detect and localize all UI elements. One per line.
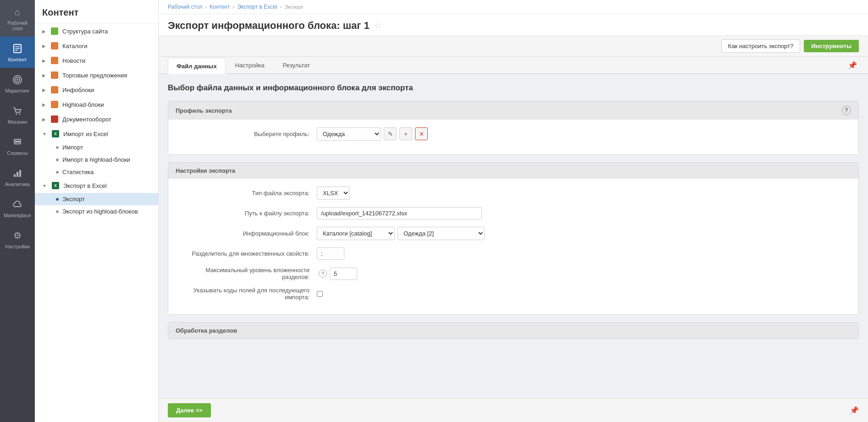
sidebar-item-marketing[interactable]: Маркетинг (0, 68, 35, 99)
nav-sub-item-export-highload[interactable]: Экспорт из highload-блоков (35, 205, 158, 218)
analytics-icon (11, 167, 24, 180)
sidebar: ⌂ Рабочий стол Контент Маркетинг (0, 0, 35, 422)
field-codes-label: Указывать коды полей для последующего им… (179, 287, 317, 301)
tab-settings[interactable]: Настройка (227, 57, 273, 73)
separator-input[interactable] (317, 247, 344, 260)
svg-rect-13 (19, 170, 21, 177)
tools-button[interactable]: Инструменты (804, 40, 859, 52)
expand-arrow: ▶ (42, 117, 46, 122)
nav-sub-item-import[interactable]: Импорт (35, 141, 158, 153)
svg-rect-11 (14, 174, 16, 177)
page-header: Экспорт информационного блока: шаг 1 ☆ (159, 14, 868, 36)
docflow-icon (50, 115, 59, 123)
breadcrumb: Рабочий стол › Контент › Экспорт в Excel… (159, 0, 868, 14)
site-structure-icon (50, 27, 59, 35)
import-excel-icon: X (51, 130, 60, 138)
nav-item-catalogs[interactable]: ▶ Каталоги (35, 38, 158, 53)
tabs-bar: Файл данных Настройка Результат 📌 (159, 57, 868, 74)
nav-item-trade-offers[interactable]: ▶ Торговые предложения (35, 68, 158, 82)
gear-icon: ⚙ (11, 229, 24, 242)
sidebar-item-services[interactable]: Сервисы (0, 130, 35, 161)
field-codes-control (317, 291, 847, 297)
expand-arrow: ▶ (42, 73, 46, 78)
nav-sub-item-export[interactable]: Экспорт (35, 193, 158, 205)
separator-control (317, 247, 847, 260)
path-input[interactable] (317, 207, 482, 219)
bullet-icon (56, 146, 59, 149)
profile-select[interactable]: Одежда Электроника Мебель (317, 127, 381, 141)
breadcrumb-current: Экспорт (284, 4, 303, 10)
page-subtitle: Выбор файла данных и информационного бло… (168, 82, 859, 94)
bullet-icon (56, 198, 59, 201)
cart-icon (11, 104, 24, 117)
level-row: Максимальный уровень вложенности раздело… (179, 267, 847, 280)
bottom-toolbar: Далее >> 📌 (159, 398, 868, 422)
path-control (317, 207, 847, 219)
sidebar-item-settings[interactable]: ⚙ Настройки (0, 224, 35, 255)
iblock-select[interactable]: Каталоги [catalog] Новости [news] (317, 227, 395, 240)
nav-item-docflow[interactable]: ▶ Документооборот (35, 112, 158, 126)
expand-arrow: ▼ (42, 183, 47, 188)
bullet-icon (56, 171, 59, 174)
sidebar-item-desktop[interactable]: ⌂ Рабочий стол (0, 0, 35, 37)
level-input[interactable] (330, 268, 357, 280)
expand-arrow: ▶ (42, 58, 46, 63)
nav-item-export-excel[interactable]: ▼ X Экспорт в Excel (35, 178, 158, 193)
nav-item-news[interactable]: ▶ Новости (35, 53, 158, 68)
favorite-icon[interactable]: ☆ (374, 21, 381, 31)
iblock-control: Каталоги [catalog] Новости [news] Одежда… (317, 227, 847, 240)
export-settings-title: Настройки экспорта (176, 167, 235, 174)
how-to-button[interactable]: Как настроить экспорт? (721, 39, 800, 53)
bullet-icon (56, 159, 59, 161)
profile-form-body: Выберите профиль: Одежда Электроника Меб… (168, 120, 858, 154)
tab-result[interactable]: Результат (274, 57, 319, 73)
field-codes-checkbox[interactable] (317, 291, 323, 297)
nav-item-import-excel[interactable]: ▼ X Импорт из Excel (35, 126, 158, 141)
bottom-pin-icon[interactable]: 📌 (850, 406, 859, 415)
file-type-select[interactable]: XLSX CSV (317, 186, 350, 200)
profile-row: Выберите профиль: Одежда Электроника Меб… (179, 127, 847, 141)
nav-sub-item-import-highload[interactable]: Импорт в highload-блоки (35, 153, 158, 166)
svg-point-7 (16, 114, 17, 115)
infoblocks-icon (50, 86, 59, 94)
edit-profile-button[interactable]: ✎ (384, 127, 397, 140)
nav-item-site-structure[interactable]: ▶ Структура сайта (35, 24, 158, 38)
sections-processing-section: Обработка разделов (168, 322, 859, 339)
profile-section-title: Профиль экспорта (176, 107, 232, 114)
breadcrumb-export-excel[interactable]: Экспорт в Excel (237, 4, 277, 10)
sidebar-item-marketplace[interactable]: Marketplace (0, 192, 35, 224)
svg-point-6 (17, 79, 18, 81)
sidebar-item-content[interactable]: Контент (0, 37, 35, 68)
add-profile-button[interactable]: + (399, 127, 412, 140)
breadcrumb-desktop[interactable]: Рабочий стол (168, 4, 202, 10)
sidebar-item-analytics[interactable]: Аналитика (0, 161, 35, 192)
nav-item-infoblocks[interactable]: ▶ Инфоблоки (35, 82, 158, 97)
profile-label: Выберите профиль: (179, 131, 317, 137)
tab-data-file[interactable]: Файл данных (168, 58, 226, 74)
toolbar: Как настроить экспорт? Инструменты (159, 36, 868, 57)
path-label: Путь к файлу экспорта: (179, 210, 317, 217)
export-settings-section: Настройки экспорта Тип файла экспорта: X… (168, 162, 859, 315)
delete-profile-button[interactable]: ✕ (415, 127, 428, 140)
path-row: Путь к файлу экспорта: (179, 206, 847, 220)
nav-sub-item-statistics[interactable]: Статистика (35, 166, 158, 178)
cloud-icon (11, 198, 24, 211)
next-button[interactable]: Далее >> (168, 403, 211, 417)
target-icon (11, 73, 24, 86)
export-excel-icon: X (51, 181, 60, 190)
sidebar-item-shop[interactable]: Магазин (0, 99, 35, 130)
expand-arrow: ▶ (42, 29, 46, 34)
pin-icon[interactable]: 📌 (846, 57, 859, 73)
level-control: ? (317, 268, 847, 280)
level-help-icon[interactable]: ? (319, 269, 327, 278)
sections-processing-title: Обработка разделов (176, 327, 237, 334)
file-type-label: Тип файла экспорта: (179, 190, 317, 197)
profile-help-button[interactable]: ? (842, 106, 851, 115)
export-settings-title-bar: Настройки экспорта (168, 163, 858, 179)
profile-section-title-bar: Профиль экспорта ? (168, 101, 858, 120)
nav-item-highload[interactable]: ▶ Highload-блоки (35, 97, 158, 112)
breadcrumb-content[interactable]: Контент (210, 4, 230, 10)
separator-label: Разделитель для множественных свойств: (179, 250, 317, 257)
expand-arrow: ▼ (42, 132, 47, 137)
section-select[interactable]: Одежда [2] Обувь [3] (398, 227, 485, 240)
